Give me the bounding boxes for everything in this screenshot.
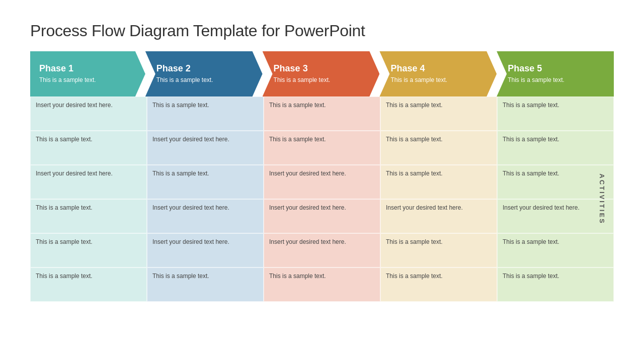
grid-col-5: This is a sample text.This is a sample t…: [497, 97, 614, 302]
cell-5-1[interactable]: This is a sample text.: [497, 97, 614, 131]
phase-5-arrow: Phase 5 This is a sample text.: [497, 51, 614, 97]
grid-col-1: Insert your desired text here.This is a …: [30, 97, 147, 302]
cell-1-2[interactable]: This is a sample text.: [30, 131, 147, 165]
phase-1-desc: This is a sample text.: [39, 76, 136, 84]
phase-5-desc: This is a sample text.: [508, 76, 605, 84]
phase-1-arrow: Phase 1 This is a sample text.: [30, 51, 145, 97]
phase-3-label: Phase 3: [274, 63, 371, 74]
grid-wrapper: Insert your desired text here.This is a …: [30, 97, 614, 302]
cell-2-4[interactable]: Insert your desired text here.: [147, 199, 264, 233]
cell-5-3[interactable]: This is a sample text.: [497, 165, 614, 199]
slide: Process Flow Diagram Template for PowerP…: [10, 8, 634, 354]
cell-2-3[interactable]: This is a sample text.: [147, 165, 264, 199]
cell-4-6[interactable]: This is a sample text.: [380, 267, 497, 302]
cell-3-5[interactable]: Insert your desired text here.: [264, 233, 380, 267]
phase-4-arrow: Phase 4 This is a sample text.: [379, 51, 497, 97]
cell-2-1[interactable]: This is a sample text.: [147, 97, 264, 131]
phase-3-arrow: Phase 3 This is a sample text.: [263, 51, 380, 97]
cell-1-6[interactable]: This is a sample text.: [30, 267, 147, 302]
grid-col-3: This is a sample text.This is a sample t…: [264, 97, 380, 302]
cell-1-4[interactable]: This is a sample text.: [30, 199, 147, 233]
main-area: Insert your desired text here.This is a …: [30, 97, 614, 302]
cell-3-2[interactable]: This is a sample text.: [264, 131, 380, 165]
grid-col-2: This is a sample text.Insert your desire…: [147, 97, 264, 302]
cell-5-2[interactable]: This is a sample text.: [497, 131, 614, 165]
cell-4-5[interactable]: This is a sample text.: [380, 233, 497, 267]
grid-col-4: This is a sample text.This is a sample t…: [380, 97, 497, 302]
cell-1-5[interactable]: This is a sample text.: [30, 233, 147, 267]
activities-label: ACTIVITIES: [599, 173, 606, 225]
phase-4-label: Phase 4: [390, 63, 488, 74]
cell-3-1[interactable]: This is a sample text.: [264, 97, 380, 131]
phase-1-label: Phase 1: [39, 63, 136, 74]
cell-2-5[interactable]: Insert your desired text here.: [147, 233, 264, 267]
cell-3-4[interactable]: Insert your desired text here.: [264, 199, 380, 233]
phase-5-label: Phase 5: [508, 63, 605, 74]
page-title: Process Flow Diagram Template for PowerP…: [30, 22, 614, 40]
cell-5-6[interactable]: This is a sample text.: [497, 267, 614, 302]
cell-2-6[interactable]: This is a sample text.: [147, 267, 264, 302]
phase-2-label: Phase 2: [156, 63, 254, 74]
cell-4-2[interactable]: This is a sample text.: [380, 131, 497, 165]
cell-3-6[interactable]: This is a sample text.: [264, 267, 380, 302]
content-wrapper: Phase 1 This is a sample text. Phase 2 T…: [30, 51, 614, 302]
phase-4-desc: This is a sample text.: [390, 76, 488, 84]
cell-1-1[interactable]: Insert your desired text here.: [30, 97, 147, 131]
cell-4-4[interactable]: Insert your desired text here.: [380, 199, 497, 233]
phase-2-desc: This is a sample text.: [156, 76, 254, 84]
phase-2-arrow: Phase 2 This is a sample text.: [145, 51, 263, 97]
cell-4-1[interactable]: This is a sample text.: [380, 97, 497, 131]
cell-1-3[interactable]: Insert your desired text here.: [30, 165, 147, 199]
phase-3-desc: This is a sample text.: [274, 76, 371, 84]
cell-5-5[interactable]: This is a sample text.: [497, 233, 614, 267]
cell-3-3[interactable]: Insert your desired text here.: [264, 165, 380, 199]
phases-bar: Phase 1 This is a sample text. Phase 2 T…: [30, 51, 614, 97]
cell-5-4[interactable]: Insert your desired text here.: [497, 199, 614, 233]
cell-4-3[interactable]: This is a sample text.: [380, 165, 497, 199]
cell-2-2[interactable]: Insert your desired text here.: [147, 131, 264, 165]
